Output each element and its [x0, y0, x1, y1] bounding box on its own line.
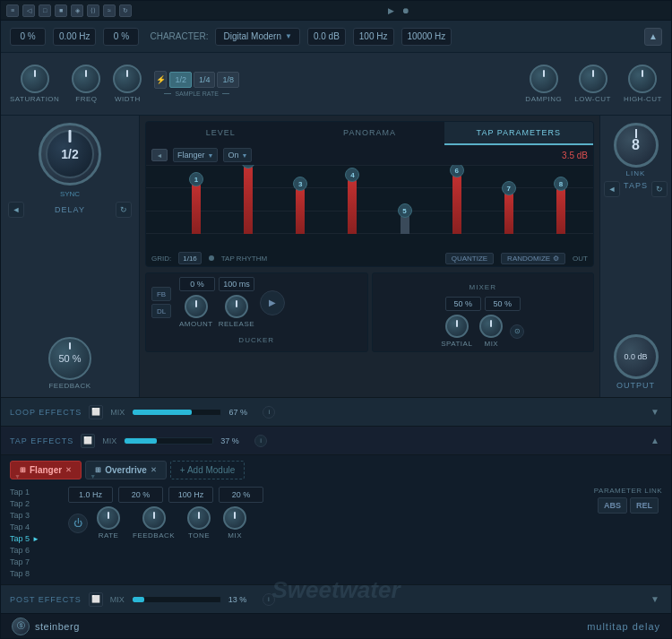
bar-8[interactable]: 8: [538, 189, 584, 234]
post-bypass-button[interactable]: ⬜: [89, 592, 103, 607]
lightning-icon[interactable]: ⚡: [154, 71, 167, 89]
left-arrow-btn[interactable]: ◄: [151, 149, 168, 161]
bar-5[interactable]: 5: [382, 216, 428, 234]
sr-quarter-button[interactable]: 1/4: [194, 72, 216, 88]
rel-button[interactable]: REL: [630, 497, 659, 514]
tab-panorama[interactable]: PANORAMA: [295, 122, 444, 145]
expand-button[interactable]: ▲: [644, 28, 662, 46]
high-cut-knob[interactable]: [628, 65, 657, 93]
tap-item-4[interactable]: Tap 4: [10, 522, 59, 532]
icon-menu[interactable]: ≡: [6, 4, 19, 17]
post-info-icon[interactable]: i: [263, 593, 275, 606]
bar-3[interactable]: 3: [277, 189, 323, 234]
tone-knob[interactable]: [187, 506, 211, 530]
feedback-value[interactable]: 20 %: [118, 487, 163, 503]
tap-item-2[interactable]: Tap 2: [10, 498, 59, 509]
freq-value[interactable]: 0.00 Hz: [53, 28, 96, 46]
tap-item-6[interactable]: Tap 6: [10, 545, 59, 556]
bar-4[interactable]: 4: [329, 180, 375, 234]
tap-item-7[interactable]: Tap 7: [10, 557, 59, 567]
fb-button[interactable]: FB: [151, 287, 171, 301]
dl-button[interactable]: DL: [151, 304, 171, 318]
grid-select[interactable]: 1/16: [178, 252, 202, 264]
taps-knob[interactable]: 8: [614, 123, 659, 168]
saturation-value[interactable]: 0 %: [10, 28, 46, 46]
abs-button[interactable]: ABS: [598, 497, 627, 514]
flanger-close[interactable]: ✕: [65, 466, 72, 474]
overdrive-module[interactable]: ⊞ Overdrive ✕ ▼: [85, 461, 167, 479]
ducker-amount-value[interactable]: 0 %: [179, 277, 215, 291]
post-mix-fill: [133, 597, 144, 602]
taps-left-btn[interactable]: ◄: [604, 181, 620, 197]
damping-knob[interactable]: [530, 65, 558, 93]
loop-chevron[interactable]: ▼: [648, 405, 662, 419]
freq-knob[interactable]: [72, 65, 100, 93]
spatial-knob[interactable]: [445, 315, 469, 338]
icon-refresh[interactable]: ↻: [119, 4, 132, 17]
quantize-button[interactable]: QUANTIZE: [445, 253, 494, 264]
low-cut-knob[interactable]: [579, 65, 607, 93]
icon-record[interactable]: ■: [55, 4, 67, 17]
rate-value[interactable]: 1.0 Hz: [68, 487, 113, 503]
character-select[interactable]: Digital Modern ▼: [215, 28, 299, 46]
tap-item-1[interactable]: Tap 1: [10, 487, 59, 497]
db-value[interactable]: 0.0 dB: [307, 28, 346, 46]
flanger-module[interactable]: ⊞ Flanger ✕ ▼: [10, 461, 82, 479]
tab-level[interactable]: LEVEL: [146, 122, 295, 145]
loop-info-icon[interactable]: i: [263, 406, 275, 419]
amount-knob[interactable]: [185, 295, 208, 318]
bar-6[interactable]: 6: [434, 176, 480, 234]
bar-2[interactable]: 2: [225, 167, 271, 234]
icon-square[interactable]: □: [39, 4, 51, 17]
delay-right-arrow[interactable]: ↻: [116, 202, 132, 218]
post-mix-bar[interactable]: [132, 596, 221, 603]
bar-1[interactable]: 1: [173, 185, 220, 234]
low-cut-value[interactable]: 100 Hz: [353, 28, 394, 46]
play-button[interactable]: ▶: [260, 290, 285, 315]
release-knob[interactable]: [225, 295, 248, 318]
add-module-button[interactable]: + Add Module: [170, 461, 245, 479]
spatial-value[interactable]: 50 %: [445, 297, 481, 311]
bar-7[interactable]: 7: [486, 194, 532, 234]
mix-knob[interactable]: [479, 315, 503, 338]
mix-value[interactable]: 20 %: [219, 487, 263, 503]
post-chevron[interactable]: ▼: [648, 592, 662, 607]
width-value[interactable]: 0 %: [103, 28, 139, 46]
tap-mix-bar[interactable]: [124, 437, 213, 445]
tap-item-3[interactable]: Tap 3: [10, 510, 59, 521]
effect-mix-knob[interactable]: [223, 506, 246, 530]
tap-chevron[interactable]: ▲: [648, 434, 662, 448]
loop-mix-bar[interactable]: [132, 409, 221, 416]
param-feedback-knob[interactable]: [142, 506, 166, 530]
power-button[interactable]: ⏻: [68, 514, 88, 533]
mix-value[interactable]: 50 %: [485, 297, 521, 311]
icon-grid[interactable]: ◈: [71, 4, 83, 17]
tap-item-8[interactable]: Tap 8: [10, 568, 59, 579]
sr-eighth-button[interactable]: 1/8: [217, 72, 239, 88]
filter-select[interactable]: Flanger ▼: [173, 148, 218, 162]
icon-brackets[interactable]: ⟨⟩: [87, 4, 99, 17]
tab-tap-parameters[interactable]: TAP PARAMETERS: [444, 122, 593, 145]
output-knob[interactable]: 0.0 dB: [614, 334, 659, 379]
sr-half-button[interactable]: 1/2: [169, 72, 192, 88]
toggle-select[interactable]: On ▼: [223, 148, 252, 162]
overdrive-close[interactable]: ✕: [151, 466, 157, 474]
rate-knob[interactable]: [97, 506, 120, 530]
tap-bypass-button[interactable]: ⬜: [81, 434, 95, 448]
taps-right-btn[interactable]: ↻: [651, 181, 668, 197]
icon-wave[interactable]: ≈: [103, 4, 116, 17]
width-knob[interactable]: [113, 65, 142, 93]
tap-item-5[interactable]: Tap 5 ►: [10, 533, 59, 544]
high-cut-value[interactable]: 10000 Hz: [401, 28, 452, 46]
delay-left-arrow[interactable]: ◄: [8, 202, 24, 218]
randomize-button[interactable]: RANDOMIZE ⚙: [501, 253, 565, 264]
saturation-knob[interactable]: [21, 65, 49, 93]
delay-knob[interactable]: 1/2: [39, 123, 101, 186]
loop-bypass-button[interactable]: ⬜: [89, 405, 103, 419]
tap-info-icon[interactable]: i: [254, 435, 267, 447]
spatial-icon[interactable]: ⊙: [510, 324, 524, 339]
ducker-release-value[interactable]: 100 ms: [219, 277, 254, 291]
icon-back[interactable]: ◁: [22, 4, 35, 17]
feedback-knob[interactable]: 50 %: [48, 337, 91, 380]
tone-value[interactable]: 100 Hz: [168, 487, 213, 503]
